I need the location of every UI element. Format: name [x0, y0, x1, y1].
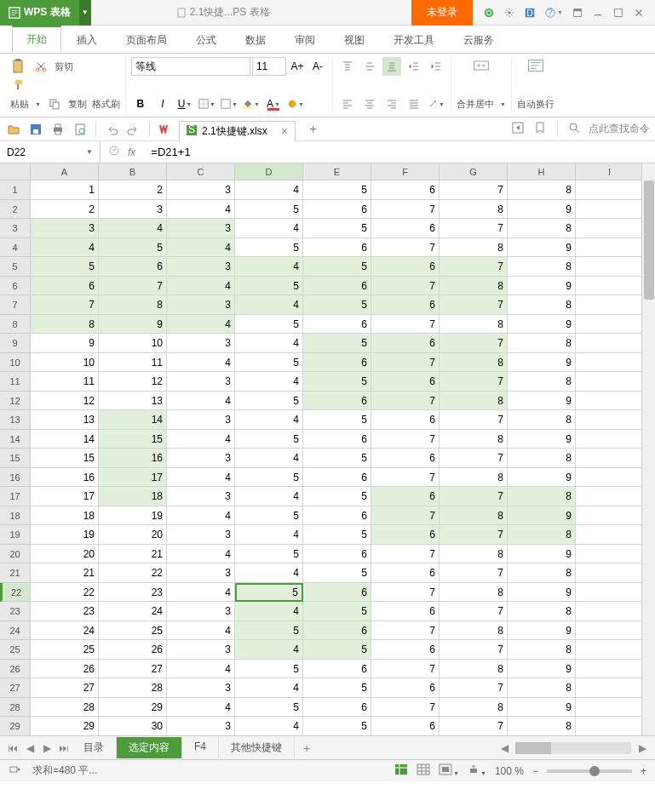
cell[interactable]: 8: [508, 640, 576, 660]
fx-icon[interactable]: fx: [128, 146, 135, 158]
cell[interactable]: 8: [440, 621, 508, 641]
cell[interactable]: 11: [99, 353, 167, 373]
cell[interactable]: 3: [167, 678, 235, 698]
cell[interactable]: 19: [99, 506, 167, 526]
cell[interactable]: 5: [303, 525, 371, 545]
cell[interactable]: 6: [371, 295, 440, 315]
vertical-scrollbar[interactable]: [641, 163, 655, 735]
col-header[interactable]: D: [235, 163, 303, 180]
cell[interactable]: 13: [99, 392, 167, 411]
cell[interactable]: 4: [31, 238, 99, 258]
cell[interactable]: [576, 506, 644, 526]
login-button[interactable]: 未登录: [411, 0, 473, 26]
cell[interactable]: 7: [440, 295, 508, 315]
col-header[interactable]: C: [167, 163, 235, 180]
cell[interactable]: 6: [371, 717, 440, 735]
zoom-in-icon[interactable]: +: [641, 765, 646, 777]
font-color-button[interactable]: A▼: [264, 94, 283, 113]
cell[interactable]: 7: [371, 545, 440, 564]
cell[interactable]: 12: [99, 372, 167, 392]
cell[interactable]: 2: [31, 200, 99, 220]
cell[interactable]: 23: [31, 602, 99, 621]
cell[interactable]: 3: [167, 525, 235, 545]
cell[interactable]: 7: [440, 717, 508, 735]
cell[interactable]: [576, 295, 644, 315]
menu-tab-6[interactable]: 视图: [330, 28, 378, 53]
cell[interactable]: 5: [235, 430, 303, 449]
cell[interactable]: [576, 545, 644, 564]
cell[interactable]: 4: [235, 717, 303, 735]
cell[interactable]: 8: [440, 277, 508, 296]
row-header[interactable]: 1: [0, 180, 31, 200]
cell[interactable]: 8: [508, 372, 576, 392]
align-right-icon[interactable]: [382, 94, 401, 113]
cell-style-button[interactable]: ▼: [220, 94, 238, 113]
formula-input[interactable]: [144, 146, 655, 158]
cell[interactable]: 8: [440, 660, 508, 679]
cell[interactable]: 9: [508, 353, 576, 373]
cell[interactable]: 23: [99, 583, 167, 603]
cell[interactable]: 4: [167, 468, 235, 488]
col-header[interactable]: H: [508, 163, 576, 180]
app-logo[interactable]: WPS 表格: [0, 0, 79, 26]
menu-tab-0[interactable]: 开始: [12, 26, 61, 53]
redo-icon[interactable]: [125, 121, 142, 138]
cell[interactable]: 26: [99, 640, 167, 660]
menu-tab-5[interactable]: 审阅: [281, 28, 329, 53]
cell[interactable]: 6: [99, 257, 167, 277]
hscroll-right-icon[interactable]: ▶: [635, 741, 650, 756]
view-custom-icon[interactable]: ▼: [439, 763, 459, 778]
cell[interactable]: 5: [235, 200, 303, 220]
cell[interactable]: 5: [303, 678, 371, 698]
row-header[interactable]: 18: [0, 506, 31, 526]
cell[interactable]: 9: [508, 200, 576, 220]
cell[interactable]: 6: [371, 257, 440, 277]
hscroll-left-icon[interactable]: ◀: [497, 741, 512, 756]
cell[interactable]: 6: [31, 277, 99, 296]
cell[interactable]: 7: [371, 698, 440, 718]
row-header[interactable]: 4: [0, 238, 31, 258]
col-header[interactable]: I: [576, 163, 644, 180]
cell[interactable]: [576, 257, 644, 277]
menu-tab-1[interactable]: 插入: [63, 28, 111, 53]
cell[interactable]: 21: [99, 545, 167, 564]
select-all-corner[interactable]: [0, 163, 31, 180]
cell[interactable]: 4: [235, 449, 303, 468]
cell[interactable]: [576, 219, 644, 238]
cell[interactable]: 5: [235, 315, 303, 335]
cell[interactable]: 4: [235, 410, 303, 430]
row-header[interactable]: 5: [0, 257, 31, 277]
cell[interactable]: 25: [99, 621, 167, 641]
menu-tab-3[interactable]: 公式: [182, 28, 230, 53]
cell[interactable]: 7: [371, 660, 440, 679]
cell[interactable]: 24: [31, 621, 99, 641]
cell[interactable]: 13: [31, 410, 99, 430]
record-icon[interactable]: [9, 763, 20, 778]
cell[interactable]: 7: [371, 353, 440, 373]
cell[interactable]: 18: [99, 487, 167, 506]
row-header[interactable]: 26: [0, 660, 31, 679]
cell[interactable]: 4: [235, 487, 303, 506]
cell[interactable]: 3: [31, 219, 99, 238]
search-icon[interactable]: [568, 122, 580, 136]
cell[interactable]: 9: [508, 238, 576, 258]
cell[interactable]: 3: [167, 563, 235, 583]
share-icon[interactable]: [511, 121, 525, 137]
docer-icon[interactable]: D: [524, 7, 536, 19]
merge-icon[interactable]: [473, 57, 490, 74]
cell[interactable]: [576, 449, 644, 468]
cell[interactable]: 30: [99, 717, 167, 735]
cell[interactable]: 9: [508, 698, 576, 718]
cell[interactable]: 5: [235, 583, 303, 603]
cell[interactable]: 5: [235, 468, 303, 488]
cell[interactable]: 4: [167, 506, 235, 526]
maximize-button[interactable]: [612, 7, 624, 19]
row-header[interactable]: 21: [0, 563, 31, 583]
cell[interactable]: 5: [303, 640, 371, 660]
cell[interactable]: 3: [99, 200, 167, 220]
cell[interactable]: 5: [303, 295, 371, 315]
row-header[interactable]: 16: [0, 468, 31, 488]
align-top-icon[interactable]: [338, 57, 357, 76]
sync-icon[interactable]: [483, 7, 495, 19]
cell[interactable]: 6: [303, 506, 371, 526]
